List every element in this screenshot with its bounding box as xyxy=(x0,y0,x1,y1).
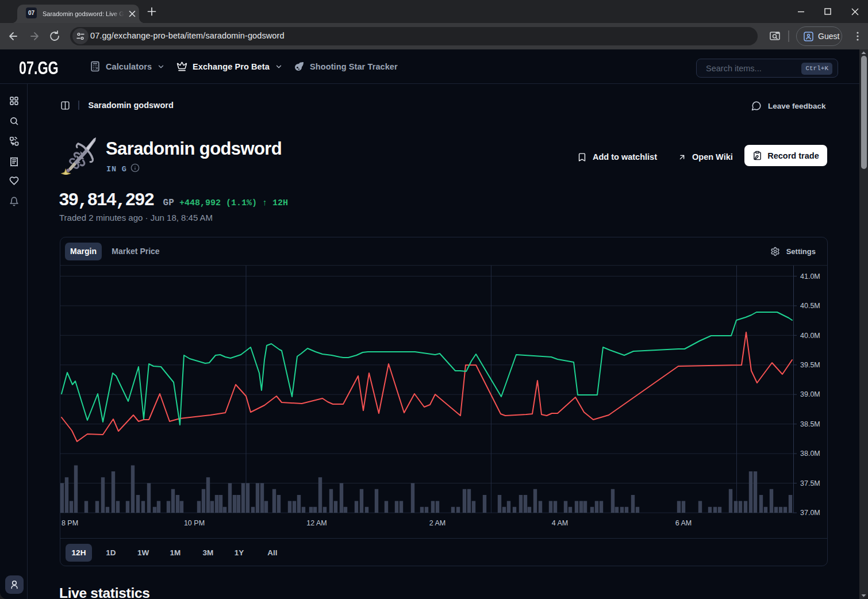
svg-text:8 PM: 8 PM xyxy=(62,519,78,527)
svg-text:2 AM: 2 AM xyxy=(429,519,446,527)
svg-text:40.0M: 40.0M xyxy=(800,332,820,340)
svg-text:37.5M: 37.5M xyxy=(800,479,820,487)
svg-text:40.5M: 40.5M xyxy=(800,302,820,310)
svg-text:39.0M: 39.0M xyxy=(800,390,820,398)
svg-text:38.5M: 38.5M xyxy=(800,420,820,428)
svg-text:41.0M: 41.0M xyxy=(800,272,820,281)
svg-text:4 AM: 4 AM xyxy=(552,519,569,527)
svg-text:12 AM: 12 AM xyxy=(306,519,327,527)
svg-text:10 PM: 10 PM xyxy=(184,519,205,527)
svg-text:6 AM: 6 AM xyxy=(675,519,692,527)
svg-text:38.0M: 38.0M xyxy=(800,450,820,458)
svg-text:37.0M: 37.0M xyxy=(800,509,820,517)
svg-text:39.5M: 39.5M xyxy=(800,361,820,369)
